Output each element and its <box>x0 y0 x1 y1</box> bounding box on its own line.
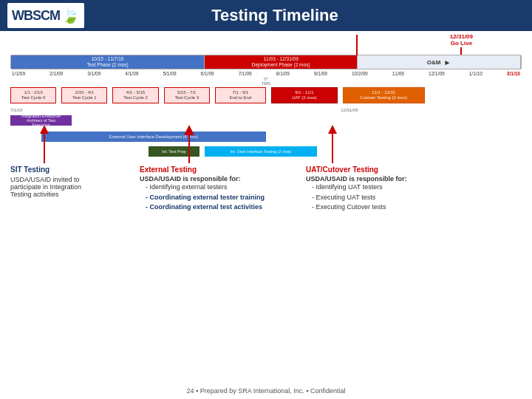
annotations-section: SIT Testing USDA/USAID invited to partic… <box>0 164 532 213</box>
lower-timeline: 7/1/10 12/31/09 Integration-EnterpriseAr… <box>10 108 522 161</box>
uat-bullet-1: - Identifying UAT testers <box>312 183 522 193</box>
timeline-area: 12/31/09 Go Live 10/15 - 11/7/19Test Pha… <box>0 31 532 161</box>
sit-annotation: SIT Testing USDA/USAID invited to partic… <box>10 166 140 198</box>
test-cycle-2: 4/1 - 5/15Test Cycle 2 <box>112 87 158 103</box>
sit-title: SIT Testing <box>10 166 136 174</box>
test-cycles-row: 1/1 - 2/15Test Cycle 0 2/15 - 4/1Test Cy… <box>10 87 522 105</box>
test-cycle-0: 1/1 - 2/15Test Cycle 0 <box>10 87 56 103</box>
golive-line <box>356 35 358 55</box>
date-lower-left: 7/1/10 <box>10 108 23 112</box>
test-cycle-1: 2/15 - 4/1Test Cycle 1 <box>61 87 107 103</box>
external-bullet-1: - Identifying external testers <box>146 183 306 193</box>
external-arrow <box>184 125 194 163</box>
sit-line1: USDA/USAID invited to <box>10 176 136 183</box>
test-cycle-uat: 9/1 - 11/1UAT (2 mos) <box>271 87 338 103</box>
test-cycle-cutover: 11/1 - 12/31Cutover Testing (2 mos) <box>343 87 425 103</box>
phase-timeline-bar: 10/15 - 11/7/19Test Phase (2 mos) 11/03 … <box>10 55 522 69</box>
test-cycle-3: 5/15 - 7/1Test Cycle 3 <box>164 87 210 103</box>
uat-bullet-2: - Executing UAT tests <box>312 193 522 203</box>
external-bullet-3: - Coordinating external test activities <box>146 202 306 213</box>
logo-text: WBSCM <box>12 8 60 24</box>
footer-text: 24 ▪ Prepared by SRA International, Inc.… <box>186 387 345 395</box>
uat-arrow <box>328 125 337 163</box>
logo-leaf-icon: 🍃 <box>61 7 80 24</box>
header: WBSCM 🍃 Testing Timeline <box>0 0 532 31</box>
uat-title: UAT/Cutover Testing <box>306 166 522 174</box>
go-live-label: 12/31/09 Go Live <box>450 33 473 56</box>
external-ui-bar: External User Interface Development (8 m… <box>41 132 266 142</box>
integration-bar: Integration-EnterpriseArchitect of TestE… <box>10 115 72 126</box>
footer: 24 ▪ Prepared by SRA International, Inc.… <box>0 387 532 395</box>
test-phase-segment: 10/15 - 11/7/19Test Phase (2 mos) <box>11 55 205 69</box>
uat-annotation: UAT/Cutover Testing USDA/USAID is respon… <box>306 166 522 213</box>
page-title: Testing Timeline <box>84 6 466 25</box>
deploy-phase-segment: 11/03 - 12/31/09Deployment Phase (2 mos) <box>205 55 358 69</box>
om-segment: O&M ► <box>358 55 521 69</box>
uat-subtitle: USDA/USAID is responsible for: <box>306 175 522 183</box>
sit-line2: participate in Integration <box>10 183 136 191</box>
uat-bullet-3: - Executing Cutover tests <box>312 202 522 213</box>
date-lower-right: 12/31/09 <box>341 108 358 112</box>
external-annotation: External Testing USDA/USAID is responsib… <box>140 166 306 213</box>
logo: WBSCM 🍃 <box>7 3 84 28</box>
external-bullet-2: - Coordinating external tester training <box>146 193 306 203</box>
sit-arrow <box>40 125 49 163</box>
tms-label: 0*TMS <box>10 77 522 86</box>
arrow-right-icon: ► <box>443 58 451 66</box>
int-ui-testing-bar: Int. User Interface Testing (2 mos) <box>205 146 317 157</box>
sit-line3: Testing activities <box>10 191 136 198</box>
external-title: External Testing <box>140 166 306 174</box>
test-cycle-ete: 7/1 - 9/1End to End <box>215 87 266 103</box>
external-subtitle: USDA/USAID is responsible for: <box>140 175 306 183</box>
date-row: 1/1/09 2/1/09 3/1/09 4/1/09 5/1/09 6/1/0… <box>10 71 522 76</box>
